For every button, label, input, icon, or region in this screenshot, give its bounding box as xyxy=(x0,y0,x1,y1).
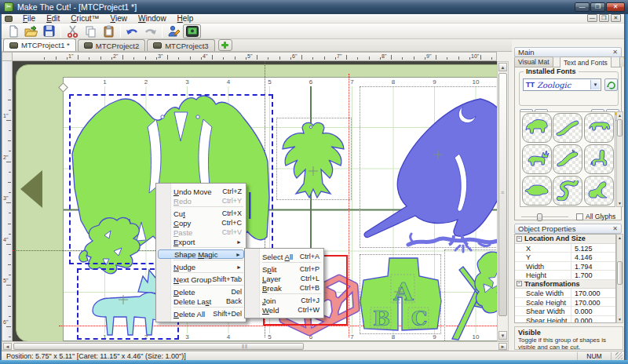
property-row-shear-height[interactable]: Shear Height0.000 xyxy=(515,316,615,324)
property-row-width[interactable]: Width1.794 xyxy=(515,262,615,271)
glyph-llama[interactable] xyxy=(584,144,614,174)
glyph-kangaroo[interactable] xyxy=(584,176,614,206)
copy-button[interactable] xyxy=(82,24,100,38)
menu-edit[interactable]: Edit xyxy=(41,14,65,23)
property-row-height[interactable]: Height1.700 xyxy=(515,271,615,280)
shape-magic-submenu: Select AllCtrl+ASplitCtrl+PLayerCtrl+LBr… xyxy=(244,248,324,318)
menu-file[interactable]: File xyxy=(17,14,41,23)
tab-mtcproject1[interactable]: MTCProject1 * xyxy=(3,38,76,51)
glyph-platypus[interactable] xyxy=(522,176,552,206)
glyph-bison[interactable] xyxy=(522,113,552,143)
menu-item-shape-magic[interactable]: Shape Magic► xyxy=(158,249,244,259)
menu-item-weld[interactable]: WeldCtrl+W xyxy=(245,305,323,315)
panel-tab-text-and-fonts[interactable]: Text and Fonts xyxy=(560,56,612,67)
property-row-scale-width[interactable]: Scale Width170.000 xyxy=(515,289,615,298)
property-row-shear-width[interactable]: Shear Width0.000 xyxy=(515,307,615,316)
save-button[interactable] xyxy=(40,24,58,38)
vertical-scrollbar[interactable]: ▲ ≡ ▼ xyxy=(497,61,509,341)
new-button[interactable] xyxy=(4,24,22,38)
cut-button[interactable] xyxy=(64,24,82,38)
menu-bar: FileEditCricut™ViewWindowHelp — ❐ ✕ xyxy=(2,14,624,24)
property-row-scale-height[interactable]: Scale Height170.000 xyxy=(515,298,615,308)
collapse-icon[interactable]: − xyxy=(517,236,522,242)
menu-item-cut[interactable]: CutCtrl+X xyxy=(156,209,246,218)
glyph-scroll-thumb[interactable] xyxy=(617,119,623,136)
window-title: Make The Cut! - [MTCProject1 *] xyxy=(17,2,137,12)
property-category-location-and-size[interactable]: −Location And Size xyxy=(515,235,615,244)
slider-thumb[interactable] xyxy=(537,213,542,221)
new-project-tab-button[interactable] xyxy=(218,39,232,51)
panel-tab-visual-mat[interactable]: Visual Mat xyxy=(514,56,553,67)
props-scroll-up-icon[interactable]: ▲ xyxy=(617,235,623,241)
property-row-y[interactable]: Y4.146 xyxy=(515,253,615,262)
resize-grip[interactable] xyxy=(615,352,623,359)
menu-item-delete-last[interactable]: Delete LastBack xyxy=(156,297,246,306)
menu-cricut[interactable]: Cricut™ xyxy=(65,14,104,23)
menu-item-delete[interactable]: DeleteDel xyxy=(156,287,246,297)
props-scroll-thumb[interactable] xyxy=(617,261,623,285)
mdi-restore-button[interactable]: ❐ xyxy=(599,14,609,22)
collapse-icon[interactable]: − xyxy=(517,281,522,286)
bounds-floral-branch xyxy=(444,249,497,341)
menu-item-split[interactable]: SplitCtrl+P xyxy=(245,264,323,274)
glyph-size-slider[interactable] xyxy=(521,213,568,221)
menu-item-next-group[interactable]: Next GroupShift+Tab xyxy=(156,275,246,284)
menu-item-layer[interactable]: LayerCtrl+L xyxy=(245,274,323,283)
glyph-cow[interactable] xyxy=(584,113,614,143)
menu-item-select-all[interactable]: Select AllCtrl+A xyxy=(245,252,323,261)
glyph-scroll-down-icon[interactable]: ▼ xyxy=(617,200,623,206)
checkbox-icon[interactable] xyxy=(576,213,583,220)
property-description: Visible Toggle if this group of shapes i… xyxy=(514,326,623,350)
glyph-scrollbar[interactable]: ▲ ▼ xyxy=(616,111,623,207)
scroll-left-icon[interactable]: ◄ xyxy=(3,343,12,350)
maximize-button[interactable]: ❐ xyxy=(590,2,605,12)
mdi-minimize-button[interactable]: — xyxy=(587,14,597,22)
menu-help[interactable]: Help xyxy=(172,14,199,23)
object-properties-close-icon[interactable]: ✕ xyxy=(612,225,618,232)
property-grid-scrollbar[interactable]: ▲ ▼ xyxy=(616,234,623,323)
menu-item-undo-move[interactable]: Undo MoveCtrl+Z xyxy=(156,187,246,196)
minimize-button[interactable]: — xyxy=(575,2,590,12)
scroll-right-icon[interactable]: ► xyxy=(498,343,507,350)
panel-header-object-properties[interactable]: Object Properties ✕ xyxy=(514,224,622,234)
props-scroll-down-icon[interactable]: ▼ xyxy=(617,316,623,322)
horizontal-scrollbar[interactable]: ◄ ⦀⦀ ► xyxy=(2,341,509,351)
paste-button[interactable] xyxy=(100,24,118,38)
refresh-fonts-button[interactable] xyxy=(604,78,618,91)
menu-item-join[interactable]: JoinCtrl+J xyxy=(245,296,323,305)
scroll-up-icon[interactable]: ▲ xyxy=(498,63,507,71)
ruler-corner xyxy=(2,52,13,61)
property-row-x[interactable]: X5.125 xyxy=(515,244,615,253)
tab-mtcproject3[interactable]: MTCProject3 xyxy=(147,39,214,51)
all-glyphs-checkbox[interactable]: All Glyphs xyxy=(576,213,615,220)
glyph-snake[interactable] xyxy=(553,176,582,206)
tab-mtcproject2[interactable]: MTCProject2 xyxy=(78,39,145,51)
mdi-close-button[interactable]: ✕ xyxy=(611,14,621,22)
mdi-app-icon[interactable] xyxy=(5,16,13,22)
menu-window[interactable]: Window xyxy=(133,14,172,23)
menu-item-export[interactable]: Export► xyxy=(156,237,246,246)
redo-button[interactable] xyxy=(141,24,159,38)
glyph-weasel[interactable] xyxy=(553,113,582,143)
horizontal-scroll-thumb[interactable]: ⦀⦀ xyxy=(13,343,304,350)
glyph-scroll-up-icon[interactable]: ▲ xyxy=(617,112,623,118)
menu-item-copy[interactable]: CopyCtrl+C xyxy=(156,218,246,228)
menu-item-delete-all[interactable]: Delete AllShift+Del xyxy=(156,309,246,318)
menu-item-break[interactable]: BreakCtrl+B xyxy=(245,283,323,293)
scroll-down-icon[interactable]: ▼ xyxy=(498,331,507,340)
font-dropdown[interactable]: TT Zoologic ▼ xyxy=(523,78,601,91)
open-button[interactable] xyxy=(22,24,40,38)
panel-close-icon[interactable]: ✕ xyxy=(612,49,618,56)
menu-view[interactable]: View xyxy=(105,14,133,23)
glyph-elk[interactable] xyxy=(522,144,552,174)
menu-item-nudge[interactable]: Nudge► xyxy=(156,262,246,271)
screen-capture-button[interactable] xyxy=(183,24,201,38)
property-category-transformations[interactable]: −Transformations xyxy=(515,280,615,289)
window-border-right xyxy=(624,14,628,360)
close-button[interactable]: ✕ xyxy=(606,2,625,12)
user-edit-button[interactable] xyxy=(165,24,183,38)
vertical-scroll-thumb[interactable]: ≡ xyxy=(498,73,507,316)
glyph-cat[interactable] xyxy=(553,144,582,174)
chevron-down-icon[interactable]: ▼ xyxy=(590,80,600,89)
undo-button[interactable] xyxy=(123,24,141,38)
